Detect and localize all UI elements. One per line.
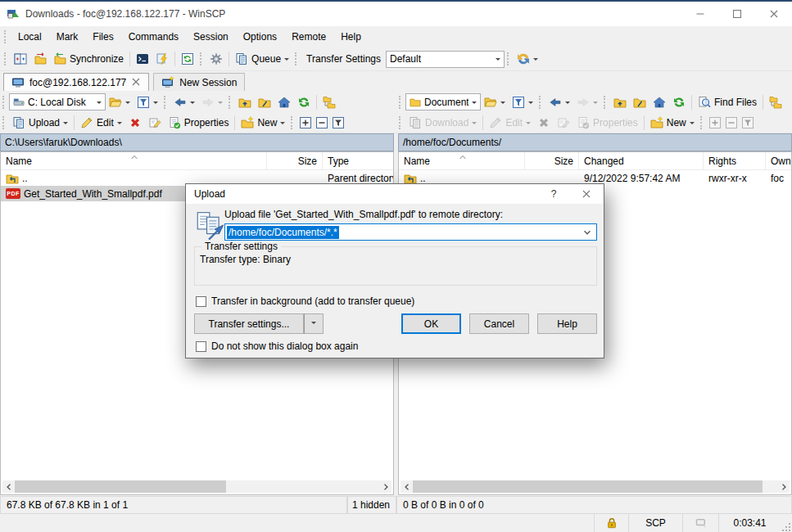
toolbar-grip[interactable] xyxy=(399,116,403,129)
scroll-track[interactable] xyxy=(413,480,777,493)
menu-commands[interactable]: Commands xyxy=(121,28,186,46)
scroll-left-icon[interactable] xyxy=(401,480,413,493)
left-status-hidden[interactable]: 1 hidden xyxy=(347,496,396,514)
upload-button[interactable]: Upload xyxy=(9,114,71,132)
open-terminal-button[interactable] xyxy=(133,50,152,68)
toolbar-grip[interactable] xyxy=(229,96,233,109)
left-directory-tree-button[interactable] xyxy=(319,93,339,111)
left-forward-button[interactable] xyxy=(198,93,226,111)
right-properties-button[interactable]: Properties xyxy=(573,114,641,132)
synchronize-button[interactable]: Synchronize xyxy=(50,50,127,68)
queue-button[interactable]: Queue xyxy=(232,50,292,68)
menu-remote[interactable]: Remote xyxy=(284,28,333,46)
left-rename-button[interactable] xyxy=(145,114,165,132)
right-select-button[interactable] xyxy=(707,115,723,131)
right-path-bar[interactable]: /home/foc/Documents/ xyxy=(398,133,792,151)
server-status[interactable] xyxy=(682,514,718,532)
right-edit-button[interactable]: Edit xyxy=(486,114,534,132)
new-session-tab[interactable]: New Session xyxy=(153,73,245,91)
minimize-button[interactable] xyxy=(681,2,718,26)
transfer-settings-button[interactable]: Transfer settings... xyxy=(194,313,304,334)
transfer-background-checkbox[interactable]: Transfer in background (add to transfer … xyxy=(196,295,414,307)
left-root-directory-button[interactable] xyxy=(255,93,274,111)
close-button[interactable] xyxy=(755,2,792,26)
scroll-right-icon[interactable] xyxy=(777,480,790,493)
scroll-thumb[interactable] xyxy=(413,480,763,493)
menu-mark[interactable]: Mark xyxy=(49,28,86,46)
toolbar-grip[interactable] xyxy=(4,52,8,65)
toolbar-grip[interactable] xyxy=(200,52,204,65)
right-header-owner[interactable]: Owner xyxy=(766,152,791,169)
dialog-help-button[interactable]: ? xyxy=(538,184,569,204)
help-button[interactable]: Help xyxy=(537,313,597,334)
toolbar-grip[interactable] xyxy=(164,96,168,109)
right-new-button[interactable]: New xyxy=(647,114,698,132)
left-delete-button[interactable] xyxy=(125,114,145,132)
left-refresh-button[interactable] xyxy=(294,93,314,111)
scroll-track[interactable] xyxy=(15,480,379,493)
ok-button[interactable]: OK xyxy=(401,313,461,334)
transfer-settings-dropdown-button[interactable] xyxy=(304,313,324,334)
left-path-bar[interactable]: C:\Users\faruk\Downloads\ xyxy=(0,133,394,151)
maximize-button[interactable] xyxy=(718,2,755,26)
right-header-size[interactable]: Size xyxy=(525,152,579,169)
right-filter-button[interactable] xyxy=(509,93,536,111)
toolbar-grip[interactable] xyxy=(507,52,511,65)
dialog-close-button[interactable] xyxy=(569,184,604,204)
right-root-directory-button[interactable] xyxy=(630,93,649,111)
menu-session[interactable]: Session xyxy=(186,28,236,46)
compare-panels-button[interactable] xyxy=(11,50,30,68)
right-unselect-button[interactable] xyxy=(723,115,740,131)
right-delete-button[interactable] xyxy=(534,114,554,132)
toolbar-grip[interactable] xyxy=(2,116,7,129)
toolbar-grip[interactable] xyxy=(604,96,608,109)
transfer-settings-dropdown[interactable]: Default xyxy=(386,51,505,68)
remote-directory-combobox[interactable]: /home/foc/Documents/*.* xyxy=(224,223,597,241)
scroll-right-icon[interactable] xyxy=(379,480,391,493)
left-drive-selector[interactable]: C: Local Disk xyxy=(9,93,106,110)
right-select-all-button[interactable] xyxy=(740,115,756,131)
right-home-directory-button[interactable] xyxy=(649,93,669,111)
left-horizontal-scrollbar[interactable] xyxy=(2,480,391,493)
scroll-thumb[interactable] xyxy=(15,480,226,493)
menu-grip[interactable] xyxy=(4,30,8,43)
left-open-directory-button[interactable] xyxy=(106,93,134,111)
left-select-button[interactable] xyxy=(297,115,314,131)
find-files-button[interactable]: Find Files xyxy=(695,93,760,111)
dont-show-again-checkbox[interactable]: Do not show this dialog box again xyxy=(196,340,358,352)
left-back-button[interactable] xyxy=(170,93,198,111)
right-header-name[interactable]: Name xyxy=(399,152,525,169)
toolbar-grip[interactable] xyxy=(700,116,704,129)
left-edit-button[interactable]: Edit xyxy=(77,114,125,132)
toolbar-grip[interactable] xyxy=(291,116,295,129)
left-select-all-button[interactable] xyxy=(330,115,346,131)
toolbar-grip[interactable] xyxy=(295,52,299,65)
console-button[interactable] xyxy=(152,50,172,68)
right-directory-tree-button[interactable] xyxy=(766,93,785,111)
left-header-size[interactable]: Size xyxy=(267,152,323,169)
right-refresh-button[interactable] xyxy=(669,93,689,111)
menu-options[interactable]: Options xyxy=(236,28,284,46)
toolbar-grip[interactable] xyxy=(539,96,543,109)
download-button[interactable]: Download xyxy=(405,114,480,132)
session-tab-active[interactable]: foc@192.168.122.177 xyxy=(3,73,149,91)
right-horizontal-scrollbar[interactable] xyxy=(401,480,790,493)
tab-close-icon[interactable] xyxy=(131,77,141,88)
right-forward-button[interactable] xyxy=(573,93,601,111)
right-back-button[interactable] xyxy=(545,93,573,111)
scroll-left-icon[interactable] xyxy=(2,480,15,493)
toolbar-grip[interactable] xyxy=(2,96,7,109)
left-home-directory-button[interactable] xyxy=(274,93,294,111)
right-header-rights[interactable]: Rights xyxy=(704,152,766,169)
right-rename-button[interactable] xyxy=(554,114,573,132)
toolbar-grip[interactable] xyxy=(399,96,403,109)
encryption-status[interactable] xyxy=(594,514,628,532)
left-filter-button[interactable] xyxy=(134,93,161,111)
left-header-type[interactable]: Type xyxy=(323,152,393,169)
right-header-changed[interactable]: Changed xyxy=(579,152,704,169)
preferences-button[interactable] xyxy=(206,50,226,68)
menu-files[interactable]: Files xyxy=(85,28,120,46)
left-new-button[interactable]: New xyxy=(238,114,288,132)
right-open-directory-button[interactable] xyxy=(481,93,509,111)
left-unselect-button[interactable] xyxy=(314,115,330,131)
